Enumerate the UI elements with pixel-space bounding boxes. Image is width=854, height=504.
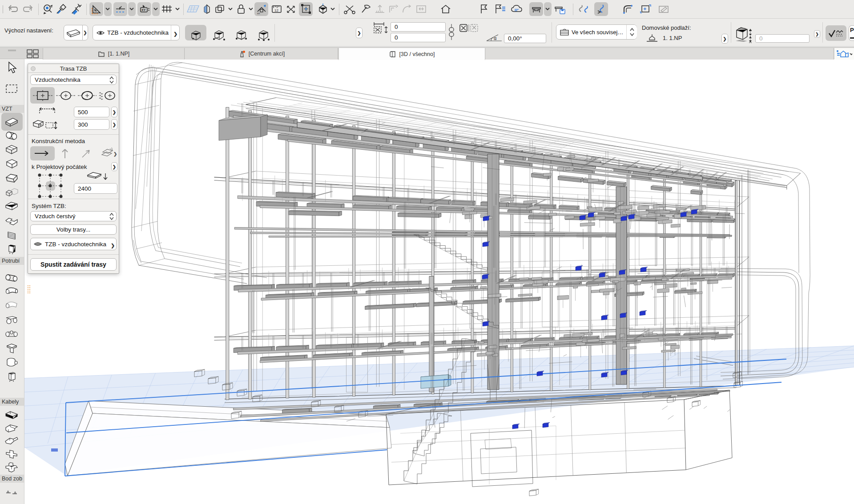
svg-text:α: α bbox=[494, 36, 497, 41]
svg-text:12: 12 bbox=[274, 8, 278, 12]
svg-text:zz.: zz. bbox=[257, 12, 261, 15]
svg-text:XY: XY bbox=[141, 8, 146, 12]
